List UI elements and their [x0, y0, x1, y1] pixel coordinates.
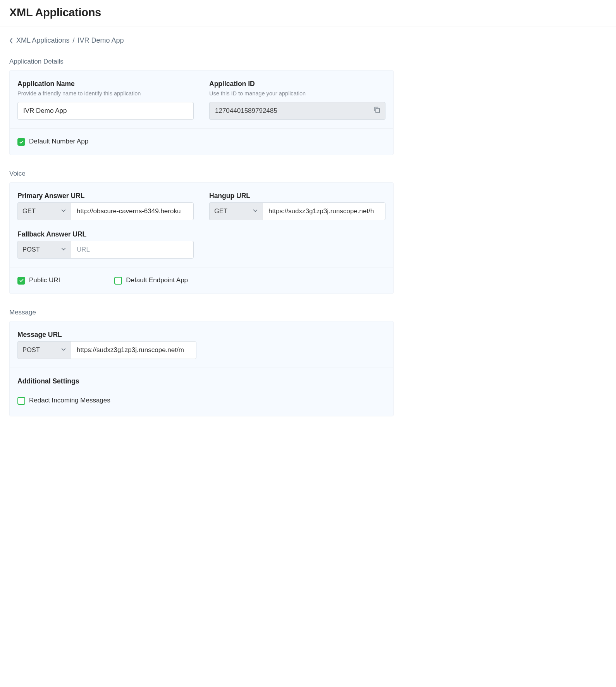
default-endpoint-app-checkbox[interactable]: Default Endpoint App — [114, 276, 188, 285]
chevron-left-icon — [9, 38, 13, 44]
panel-app-details: Application Name Provide a friendly name… — [9, 70, 394, 155]
chevron-down-icon — [61, 207, 66, 215]
default-number-app-label: Default Number App — [29, 137, 88, 146]
breadcrumb-parent[interactable]: XML Applications — [16, 36, 69, 45]
fallback-method-value: POST — [22, 246, 40, 253]
primary-answer-url-label: Primary Answer URL — [17, 192, 194, 200]
default-number-app-checkbox[interactable]: Default Number App — [17, 137, 88, 146]
breadcrumb-current: IVR Demo App — [77, 36, 124, 45]
section-label-app-details: Application Details — [9, 58, 394, 66]
app-id-label: Application ID — [209, 80, 385, 88]
hangup-method-value: GET — [214, 207, 227, 215]
checkbox-checked-icon — [17, 138, 25, 146]
chevron-down-icon — [253, 207, 258, 215]
section-label-voice: Voice — [9, 170, 394, 178]
section-label-message: Message — [9, 309, 394, 316]
message-url-label: Message URL — [17, 331, 196, 339]
fallback-method-select[interactable]: POST — [17, 241, 71, 259]
message-method-value: POST — [22, 346, 40, 354]
redact-incoming-checkbox[interactable]: Redact Incoming Messages — [17, 396, 118, 405]
app-id-help: Use this ID to manage your application — [209, 90, 385, 97]
primary-url-input[interactable] — [71, 202, 194, 220]
app-name-label: Application Name — [17, 80, 194, 88]
checkbox-checked-icon — [17, 277, 25, 285]
redact-incoming-label: Redact Incoming Messages — [29, 396, 110, 405]
fallback-url-input[interactable] — [71, 241, 194, 259]
copy-icon[interactable] — [374, 107, 380, 115]
additional-settings-label: Additional Settings — [17, 377, 385, 385]
primary-method-select[interactable]: GET — [17, 202, 71, 220]
hangup-url-label: Hangup URL — [209, 192, 385, 200]
hangup-url-input[interactable] — [263, 202, 385, 220]
app-name-help: Provide a friendly name to identify this… — [17, 90, 194, 97]
default-endpoint-app-label: Default Endpoint App — [126, 276, 188, 285]
page-title: XML Applications — [9, 6, 607, 19]
message-method-select[interactable]: POST — [17, 341, 71, 359]
checkbox-unchecked-icon — [114, 277, 122, 285]
breadcrumb-sep: / — [72, 36, 74, 45]
chevron-down-icon — [61, 246, 66, 253]
public-uri-checkbox[interactable]: Public URI — [17, 276, 60, 285]
breadcrumb[interactable]: XML Applications / IVR Demo App — [9, 36, 394, 45]
public-uri-label: Public URI — [29, 276, 60, 285]
checkbox-unchecked-icon — [17, 397, 25, 405]
fallback-answer-url-label: Fallback Answer URL — [17, 230, 194, 238]
hangup-method-select[interactable]: GET — [209, 202, 263, 220]
message-url-input[interactable] — [71, 341, 196, 359]
panel-voice: Primary Answer URL GET Fallback Answer U… — [9, 182, 394, 294]
chevron-down-icon — [61, 346, 66, 354]
app-name-input[interactable] — [17, 102, 194, 120]
app-id-value: 12704401589792485 — [209, 102, 385, 120]
panel-message: Message URL POST Additional Settings Red… — [9, 321, 394, 416]
app-id-text: 12704401589792485 — [215, 107, 277, 115]
primary-method-value: GET — [22, 207, 36, 215]
